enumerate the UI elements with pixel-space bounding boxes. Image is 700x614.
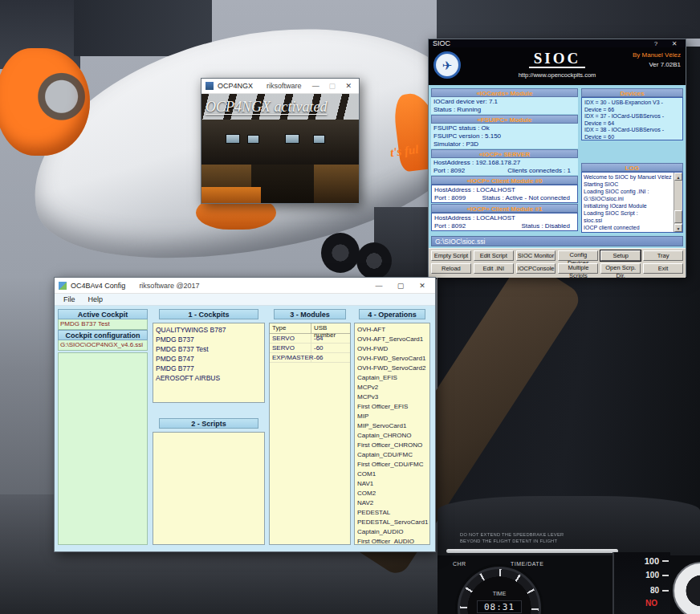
client0-port: Port : 8099 <box>434 194 466 202</box>
time-date-label: TIME/DATE <box>511 561 543 567</box>
menu-item[interactable]: Help <box>82 295 110 304</box>
photo-display <box>247 135 259 144</box>
operation-item[interactable]: PEDESTAL <box>357 508 427 518</box>
operation-item[interactable]: Captain_CHRONO <box>357 431 427 441</box>
log-line: G:\SIOC\sioc.ini <box>584 195 673 202</box>
ocp4ngx-titlebar[interactable]: OCP4NGX riksoftware — ▢ ✕ <box>201 79 359 94</box>
cockpit-item[interactable]: PMDG B737 <box>156 335 262 344</box>
operation-item[interactable]: COM1 <box>357 470 427 479</box>
operation-item[interactable]: MIP_ServoCard1 <box>357 421 427 431</box>
server-host: HostAddress : 192.168.178.27 <box>433 159 576 167</box>
minimize-button[interactable]: — <box>310 82 322 90</box>
button-row: ReloadEdit .INIIOCPConsoleMultiple Scrip… <box>431 263 683 274</box>
cockpit-item[interactable]: QUALITYWINGS B787 <box>156 325 262 335</box>
close-button[interactable]: ✕ <box>413 282 431 290</box>
cockpits-list[interactable]: QUALITYWINGS B787PMDG B737PMDG B737 Test… <box>153 323 265 403</box>
scroll-up-icon[interactable]: ▲ <box>674 173 682 181</box>
app-icon <box>206 82 214 90</box>
sioc-button[interactable]: Reload <box>431 263 471 274</box>
sioc-button[interactable]: Multiple Scripts <box>558 263 598 274</box>
operation-item[interactable]: OVH-FWD_ServoCard2 <box>357 364 427 373</box>
operation-item[interactable]: OVH-FWD_ServoCard1 <box>357 354 427 364</box>
operation-item[interactable]: MIP <box>357 412 427 421</box>
operation-item[interactable]: First Officer_CDU/FMC <box>357 460 427 470</box>
operation-item[interactable]: MCPv3 <box>357 392 427 402</box>
menu-item[interactable]: File <box>57 295 82 304</box>
chronometer-gauge[interactable]: TIME 08:31 <box>458 567 541 614</box>
operation-item[interactable]: NAV2 <box>357 498 427 508</box>
sioc-button[interactable]: Tray <box>643 250 683 261</box>
client1-port: Port : 8092 <box>434 222 466 230</box>
sioc-window: SIOC ? ✕ ✈ SIOC http://www.opencockpits.… <box>428 39 686 277</box>
sioc-button[interactable]: Open Scrp. Dir. <box>600 263 641 274</box>
modules-rows: SERVO-64SERVO-60EXP/MASTER-66 <box>270 334 350 363</box>
log-scrollbar[interactable]: ▲ ▼ <box>674 173 682 232</box>
operation-item[interactable]: COM2 <box>357 489 427 498</box>
operation-item[interactable]: First Officer_CHRONO <box>357 441 427 450</box>
speed-tape-tick <box>662 590 669 592</box>
operation-item[interactable]: OVH-FWD <box>357 344 427 354</box>
landing-gear-wheel <box>321 233 360 273</box>
sioc-button[interactable]: SIOC Monitor <box>516 250 556 261</box>
cockpit-item[interactable]: PMDG B737 Test <box>156 344 262 354</box>
sioc-button[interactable]: Edit .INI <box>474 263 514 274</box>
sioc-button[interactable]: Config Devices <box>558 250 598 261</box>
module-row[interactable]: SERVO-60 <box>270 344 350 353</box>
operation-item[interactable]: Captain_AUDIO <box>357 527 427 537</box>
operation-item[interactable]: First Officer_AUDIO <box>357 537 427 545</box>
placard-line: DO NOT EXTEND THE SPEEDBRAKE LEVER <box>460 532 572 538</box>
maximize-button: ▢ <box>326 82 338 90</box>
log-header: LOG <box>581 163 683 172</box>
operation-item[interactable]: Captain_EFIS <box>357 373 427 383</box>
operation-item[interactable]: MCPv2 <box>357 383 427 392</box>
sioc-button[interactable]: Edit Script <box>474 250 514 261</box>
sioc-button[interactable]: IOCPConsole <box>516 263 556 274</box>
cockpit-item[interactable]: AEROSOFT AIRBUS <box>156 373 262 383</box>
operations-list[interactable]: OVH-AFTOVH-AFT_ServoCard1OVH-FWDOVH-FWD_… <box>354 323 430 545</box>
operation-item[interactable]: OVH-AFT <box>357 325 427 335</box>
cockpit-item[interactable]: PMDG B777 <box>156 364 262 373</box>
devices-list[interactable]: IDX = 30 - USB-Expancion V3 - Device = 6… <box>581 97 683 140</box>
log-line: Welcome to SIOC by Manuel Vélez <box>584 173 673 181</box>
cell: -66 <box>311 353 350 362</box>
cockpit-config-value: G:\SIOC\OCP4NGX_v4.6.ssi <box>58 340 148 351</box>
iocp-server-section: HostAddress : 192.168.178.27 Port : 8092… <box>431 158 578 175</box>
operation-item[interactable]: OVH-AFT_ServoCard1 <box>357 335 427 344</box>
opencockpits-url[interactable]: http://www.opencockpits.com <box>429 71 686 79</box>
fsuipc-version: FSUIPC version : 5.150 <box>433 132 576 140</box>
operation-item[interactable]: PEDESTAL_ServoCard1 <box>357 518 427 527</box>
close-button[interactable]: ✕ <box>667 40 682 47</box>
client1-host: HostAddress : LOCALHOST <box>434 214 575 222</box>
close-button[interactable]: ✕ <box>343 82 355 90</box>
ocp4ngx-window: OCP4NGX riksoftware — ▢ ✕ OCP4NGX activa… <box>201 78 360 204</box>
iocp-client1-header: «IOCP» Client Module #1 <box>431 204 578 213</box>
sioc-titlebar[interactable]: SIOC ? ✕ <box>429 39 686 47</box>
module-row[interactable]: SERVO-64 <box>270 334 350 344</box>
operation-item[interactable]: First Officer_EFIS <box>357 402 427 412</box>
desktop: t's ful DO NOT EXTEND THE SPEEDBRAKE LEV… <box>0 0 700 614</box>
sioc-button[interactable]: Exit <box>643 263 683 274</box>
config-titlebar[interactable]: OC4BAv4 Config riksoftware @2017 — ▢ ✕ <box>55 278 435 294</box>
scroll-down-icon[interactable]: ▼ <box>674 224 682 232</box>
cell: SERVO <box>270 334 311 343</box>
module-row[interactable]: EXP/MASTER-66 <box>270 353 350 363</box>
sioc-button[interactable]: Empty Script <box>431 250 471 261</box>
sioc-button[interactable]: Setup <box>600 250 641 261</box>
operation-item[interactable]: Captain_CDU/FMC <box>357 450 427 460</box>
scripts-list[interactable] <box>153 432 265 545</box>
scrollbar-thumb[interactable] <box>674 210 682 223</box>
speed-tape-tick <box>662 560 669 562</box>
active-cockpit-value: PMDG B737 Test <box>58 319 148 330</box>
modules-col-type: Type <box>270 323 311 333</box>
cockpit-item[interactable]: PMDG B747 <box>156 354 262 364</box>
cockpit-config-header: Cockpit configuration <box>58 330 148 340</box>
maximize-button[interactable]: ▢ <box>392 282 409 290</box>
window-subtitle: riksoftware @2017 <box>139 282 199 290</box>
minimize-button[interactable]: — <box>370 282 388 290</box>
modules-table[interactable]: Type USB number SERVO-64SERVO-60EXP/MAST… <box>269 323 351 545</box>
help-button[interactable]: ? <box>649 40 663 47</box>
operation-item[interactable]: NAV1 <box>357 479 427 489</box>
operations-header: 4 - Operations <box>359 309 426 319</box>
log-panel[interactable]: Welcome to SIOC by Manuel VélezStarting … <box>581 172 683 233</box>
device-entry: IDX = 38 - IOCard-USBServos - Device = 6… <box>584 127 680 140</box>
